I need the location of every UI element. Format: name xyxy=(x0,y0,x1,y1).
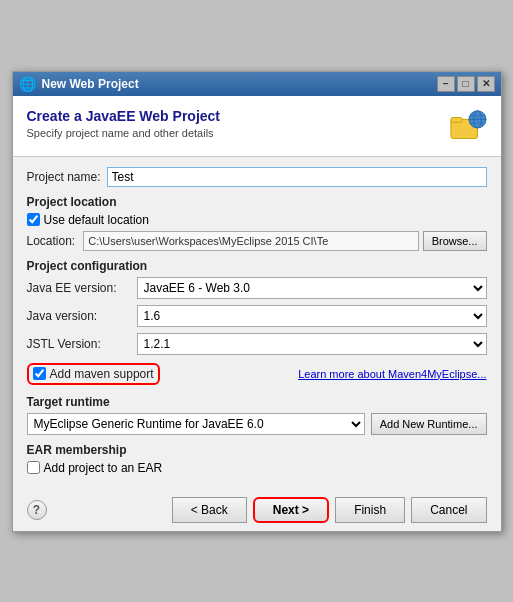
help-button[interactable]: ? xyxy=(27,500,47,520)
dialog-subtitle: Specify project name and other details xyxy=(27,127,221,139)
jstl-version-label: JSTL Version: xyxy=(27,337,137,351)
add-to-ear-checkbox[interactable] xyxy=(27,461,40,474)
java-version-row: Java version: 1.6 1.7 1.8 xyxy=(27,305,487,327)
dialog-content: Project name: Project location Use defau… xyxy=(13,157,501,489)
back-button[interactable]: < Back xyxy=(172,497,247,523)
footer-row: ? < Back Next > Finish Cancel xyxy=(27,497,487,523)
dialog-header: Create a JavaEE Web Project Specify proj… xyxy=(13,96,501,157)
use-default-location-text: Use default location xyxy=(44,213,149,227)
location-input[interactable] xyxy=(83,231,418,251)
target-runtime-label: Target runtime xyxy=(27,395,487,409)
title-bar: 🌐 New Web Project – □ ✕ xyxy=(13,72,501,96)
maven-learn-more-link[interactable]: Learn more about Maven4MyEclipse... xyxy=(298,368,486,380)
location-row: Location: Browse... xyxy=(27,231,487,251)
location-label: Location: xyxy=(27,234,76,248)
java-ee-version-row: Java EE version: JavaEE 6 - Web 3.0 Java… xyxy=(27,277,487,299)
maximize-button[interactable]: □ xyxy=(457,76,475,92)
use-default-location-row: Use default location xyxy=(27,213,487,227)
window-title: New Web Project xyxy=(42,77,139,91)
add-maven-support-checkbox[interactable] xyxy=(33,367,46,380)
project-location-label: Project location xyxy=(27,195,487,209)
project-name-row: Project name: xyxy=(27,167,487,187)
close-button[interactable]: ✕ xyxy=(477,76,495,92)
project-name-label: Project name: xyxy=(27,170,101,184)
svg-rect-1 xyxy=(450,117,461,122)
project-configuration-label: Project configuration xyxy=(27,259,487,273)
finish-button[interactable]: Finish xyxy=(335,497,405,523)
jstl-version-select[interactable]: 1.2.1 1.2 1.1 xyxy=(137,333,487,355)
footer-buttons: < Back Next > Finish Cancel xyxy=(172,497,487,523)
project-name-input[interactable] xyxy=(107,167,487,187)
window-controls: – □ ✕ xyxy=(437,76,495,92)
add-new-runtime-button[interactable]: Add New Runtime... xyxy=(371,413,487,435)
next-button[interactable]: Next > xyxy=(253,497,329,523)
add-to-ear-row: Add project to an EAR xyxy=(27,461,487,475)
dialog-title: Create a JavaEE Web Project xyxy=(27,108,221,124)
runtime-select[interactable]: MyEclipse Generic Runtime for JavaEE 6.0 xyxy=(27,413,365,435)
maven-support-row: Add maven support Learn more about Maven… xyxy=(27,361,487,387)
maven-support-checkbox-group: Add maven support xyxy=(27,363,160,385)
jstl-version-row: JSTL Version: 1.2.1 1.2 1.1 xyxy=(27,333,487,355)
runtime-select-row: MyEclipse Generic Runtime for JavaEE 6.0… xyxy=(27,413,487,435)
dialog-header-text: Create a JavaEE Web Project Specify proj… xyxy=(27,108,221,139)
java-version-label: Java version: xyxy=(27,309,137,323)
footer: ? < Back Next > Finish Cancel xyxy=(13,489,501,531)
java-ee-version-select[interactable]: JavaEE 6 - Web 3.0 JavaEE 5 - Web 2.5 J2… xyxy=(137,277,487,299)
cancel-button[interactable]: Cancel xyxy=(411,497,486,523)
use-default-location-checkbox[interactable] xyxy=(27,213,40,226)
add-to-ear-label: Add project to an EAR xyxy=(44,461,163,475)
java-ee-version-label: Java EE version: xyxy=(27,281,137,295)
java-version-select[interactable]: 1.6 1.7 1.8 xyxy=(137,305,487,327)
minimize-button[interactable]: – xyxy=(437,76,455,92)
ear-membership-label: EAR membership xyxy=(27,443,487,457)
add-maven-support-label: Add maven support xyxy=(50,367,154,381)
browse-button[interactable]: Browse... xyxy=(423,231,487,251)
globe-icon xyxy=(449,108,487,146)
window-app-icon: 🌐 xyxy=(19,76,36,92)
